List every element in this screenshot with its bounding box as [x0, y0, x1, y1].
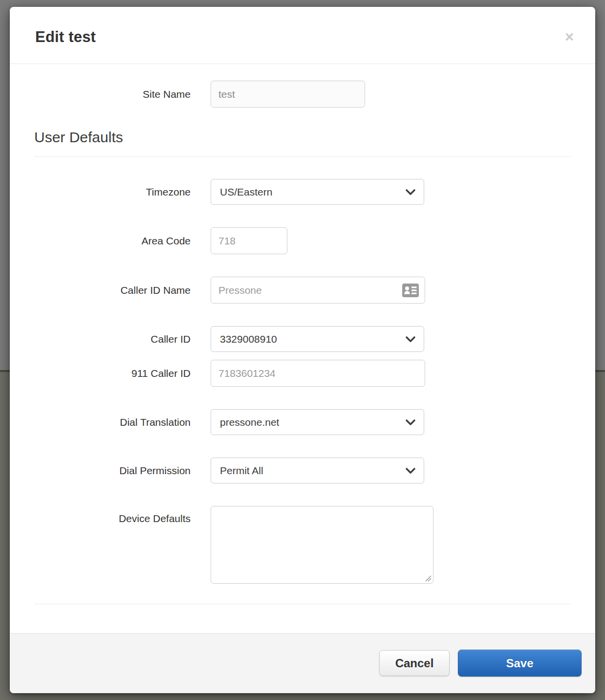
chevron-down-icon [405, 419, 416, 426]
chevron-down-icon [405, 336, 416, 343]
timezone-label: Timezone [34, 186, 191, 198]
resize-handle-icon[interactable] [425, 575, 432, 582]
caller-911-label: 911 Caller ID [34, 368, 191, 379]
dial-translation-selected-value: pressone.net [220, 416, 279, 428]
body-bottom-divider [34, 604, 571, 604]
caller-id-selected-value: 3329008910 [220, 333, 277, 345]
modal-body: Site Name User Defaults Timezone US/East… [10, 64, 595, 633]
dial-translation-row: Dial Translation pressone.net [34, 409, 571, 435]
dial-translation-label: Dial Translation [34, 416, 191, 428]
dial-permission-selected-value: Permit All [220, 465, 263, 477]
timezone-select[interactable]: US/Eastern [211, 179, 424, 205]
area-code-label: Area Code [34, 235, 191, 247]
dial-translation-select[interactable]: pressone.net [211, 409, 424, 435]
site-name-row: Site Name [34, 81, 571, 108]
caller-id-row: Caller ID 3329008910 [34, 326, 571, 352]
chevron-down-icon [405, 189, 416, 196]
dial-permission-label: Dial Permission [34, 465, 191, 477]
site-name-input[interactable] [211, 81, 365, 108]
caller-id-name-row: Caller ID Name [34, 277, 571, 304]
site-name-label: Site Name [34, 88, 191, 100]
caller-id-name-label: Caller ID Name [34, 284, 191, 296]
timezone-row: Timezone US/Eastern [34, 179, 571, 205]
device-defaults-row: Device Defaults [34, 506, 571, 584]
device-defaults-textarea[interactable] [211, 506, 433, 584]
caller-id-label: Caller ID [34, 333, 191, 345]
device-defaults-textarea-wrap [211, 506, 433, 584]
save-button[interactable]: Save [458, 650, 582, 677]
area-code-row: Area Code [34, 227, 571, 254]
caller-911-row: 911 Caller ID [34, 360, 571, 387]
modal-header: Edit test × [10, 7, 595, 64]
timezone-selected-value: US/Eastern [220, 186, 272, 198]
dial-permission-row: Dial Permission Permit All [34, 458, 571, 483]
caller-id-name-input[interactable] [211, 277, 425, 304]
dial-permission-select[interactable]: Permit All [211, 458, 424, 483]
user-defaults-heading: User Defaults [34, 129, 571, 157]
caller-id-select[interactable]: 3329008910 [211, 326, 424, 352]
modal-footer: Cancel Save [10, 633, 595, 693]
close-icon[interactable]: × [565, 29, 574, 44]
caller-911-input[interactable] [211, 360, 425, 387]
caller-id-name-input-wrap [211, 277, 425, 304]
edit-site-modal: Edit test × Site Name User Defaults Time… [10, 7, 595, 693]
device-defaults-label: Device Defaults [34, 506, 191, 525]
modal-title: Edit test [35, 28, 572, 46]
area-code-input[interactable] [211, 227, 287, 254]
cancel-button[interactable]: Cancel [379, 650, 450, 676]
chevron-down-icon [405, 467, 416, 474]
